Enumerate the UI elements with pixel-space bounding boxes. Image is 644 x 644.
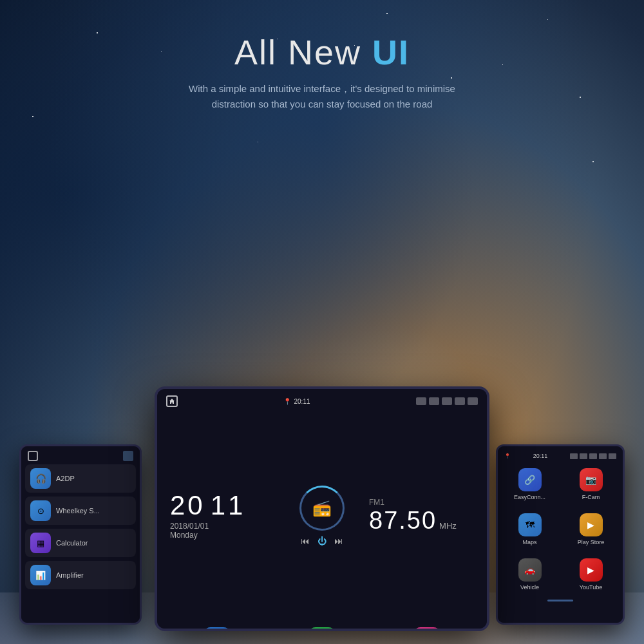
right-tablet-screen: 📍 20:11 🔗 EasyConn... 📷 F-Cam bbox=[498, 446, 623, 623]
app-maps[interactable]: 🗺 Maps bbox=[502, 509, 558, 549]
status-time: 20:11 bbox=[294, 398, 310, 405]
left-status-icon bbox=[123, 451, 133, 461]
svg-marker-0 bbox=[169, 399, 175, 404]
vehicle-icon: 🚗 bbox=[518, 558, 542, 582]
app-grid: 📍 Navigation 📻 Radio ♪ Music 🎬 Video ⚙ bbox=[162, 623, 482, 631]
app-radio[interactable]: 📻 Radio bbox=[272, 627, 372, 631]
a2dp-label: A2DP bbox=[56, 475, 75, 482]
radio-icon: 📻 bbox=[312, 499, 332, 517]
maps-label: Maps bbox=[522, 539, 536, 545]
clock-hour: 20 bbox=[170, 492, 205, 519]
right-status-icon-3 bbox=[589, 453, 597, 459]
right-status-icon-4 bbox=[599, 453, 607, 459]
radio-controls: ⏮ ⏻ ⏭ bbox=[301, 536, 343, 546]
right-status-time: 20:11 bbox=[533, 453, 548, 459]
header-section: All New UI With a simple and intuitive i… bbox=[0, 32, 644, 112]
navigation-icon: 📍 bbox=[203, 627, 231, 631]
youtube-label: YouTube bbox=[580, 584, 602, 591]
youtube-icon: ▶ bbox=[580, 558, 603, 582]
app-navigation[interactable]: 📍 Navigation bbox=[167, 627, 267, 631]
left-tablet-screen: 🎧 A2DP ⊙ Wheelkey S... ▦ Calculator 📊 Am… bbox=[21, 446, 140, 623]
fcam-icon: 📷 bbox=[580, 468, 603, 491]
list-item[interactable]: ⊙ Wheelkey S... bbox=[25, 497, 136, 525]
app-music[interactable]: ♪ Music bbox=[377, 627, 477, 631]
list-item[interactable]: 🎧 A2DP bbox=[25, 464, 136, 493]
fcam-label: F-Cam bbox=[582, 494, 600, 500]
playstore-label: Play Store bbox=[578, 539, 605, 545]
back-status-icon bbox=[468, 397, 478, 405]
main-status-bar: 📍 20:11 bbox=[162, 394, 482, 408]
devices-container: 🎧 A2DP ⊙ Wheelkey S... ▦ Calculator 📊 Am… bbox=[0, 374, 644, 644]
main-content-area: 20 11 2018/01/01 Monday 📻 ⏮ ⏻ bbox=[162, 408, 482, 623]
volume-status-icon bbox=[429, 397, 439, 405]
vehicle-label: Vehicle bbox=[520, 584, 539, 591]
skip-back-button[interactable]: ⏮ bbox=[301, 536, 310, 546]
fm-band-label: FM1 bbox=[369, 498, 384, 507]
right-status-icon-2 bbox=[580, 453, 587, 459]
camera-status-icon bbox=[416, 397, 426, 405]
music-icon: ♪ bbox=[413, 627, 441, 631]
wheelkey-icon: ⊙ bbox=[30, 500, 51, 521]
right-status-bar: 📍 20:11 bbox=[502, 450, 619, 462]
subtext-line1: With a simple and intuitive interface，it… bbox=[0, 81, 644, 97]
clock-minute: 11 bbox=[211, 492, 246, 519]
easyconn-label: EasyConn... bbox=[514, 494, 545, 500]
subtext-line2: distraction so that you can stay focused… bbox=[0, 97, 644, 112]
app-fcam[interactable]: 📷 F-Cam bbox=[563, 464, 619, 504]
main-tablet: 📍 20:11 20 11 bbox=[155, 386, 489, 631]
main-tablet-screen: 📍 20:11 20 11 bbox=[157, 389, 487, 629]
fm-unit: MHz bbox=[439, 521, 457, 531]
amp-icon: 📊 bbox=[30, 565, 51, 585]
left-status-bar bbox=[25, 450, 136, 462]
clock-date: 2018/01/01 bbox=[170, 522, 275, 531]
fm-panel: FM1 87.50 MHz bbox=[361, 408, 482, 623]
maps-icon: 🗺 bbox=[518, 513, 542, 536]
app-easyconn[interactable]: 🔗 EasyConn... bbox=[502, 464, 558, 504]
right-progress-bar bbox=[547, 600, 573, 601]
left-home-icon[interactable] bbox=[28, 451, 38, 461]
app-youtube[interactable]: ▶ YouTube bbox=[563, 554, 619, 594]
calc-icon: ▦ bbox=[30, 533, 51, 553]
power-button[interactable]: ⏻ bbox=[317, 536, 327, 546]
skip-forward-button[interactable]: ⏭ bbox=[334, 536, 343, 546]
easyconn-icon: 🔗 bbox=[518, 468, 542, 491]
right-status-icon-1 bbox=[570, 453, 578, 459]
radio-circle: 📻 bbox=[299, 486, 345, 531]
left-tablet: 🎧 A2DP ⊙ Wheelkey S... ▦ Calculator 📊 Am… bbox=[19, 444, 142, 625]
right-tablet: 📍 20:11 🔗 EasyConn... 📷 F-Cam bbox=[496, 444, 625, 625]
app-playstore[interactable]: ▶ Play Store bbox=[563, 509, 619, 549]
screen-status-icon bbox=[442, 397, 452, 405]
clock-panel: 20 11 2018/01/01 Monday bbox=[162, 408, 283, 623]
wheelkey-label: Wheelkey S... bbox=[56, 507, 100, 515]
home-button[interactable] bbox=[166, 395, 178, 407]
amp-label: Amplifier bbox=[56, 571, 84, 579]
clock-day: Monday bbox=[170, 531, 275, 540]
list-item[interactable]: ▦ Calculator bbox=[25, 529, 136, 557]
radio-widget: 📻 ⏮ ⏻ ⏭ bbox=[287, 408, 357, 623]
calc-label: Calculator bbox=[56, 539, 88, 547]
left-app-list: 🎧 A2DP ⊙ Wheelkey S... ▦ Calculator 📊 Am… bbox=[25, 464, 136, 589]
playstore-icon: ▶ bbox=[580, 513, 603, 536]
radio-app-icon: 📻 bbox=[308, 627, 336, 631]
subtext: With a simple and intuitive interface，it… bbox=[0, 81, 644, 112]
list-item[interactable]: 📊 Amplifier bbox=[25, 561, 136, 589]
right-back-icon bbox=[609, 453, 616, 459]
a2dp-icon: 🎧 bbox=[30, 468, 51, 489]
fm-frequency: 87.50 bbox=[369, 507, 437, 535]
mirror-status-icon bbox=[455, 397, 465, 405]
headline-highlight: UI bbox=[372, 33, 410, 71]
app-vehicle[interactable]: 🚗 Vehicle bbox=[502, 554, 558, 594]
headline-plain: All New bbox=[234, 33, 372, 71]
clock-display: 20 11 2018/01/01 Monday bbox=[170, 492, 275, 540]
headline: All New UI bbox=[0, 32, 644, 72]
right-app-grid: 🔗 EasyConn... 📷 F-Cam 🗺 Maps ▶ Play Stor… bbox=[502, 464, 619, 594]
